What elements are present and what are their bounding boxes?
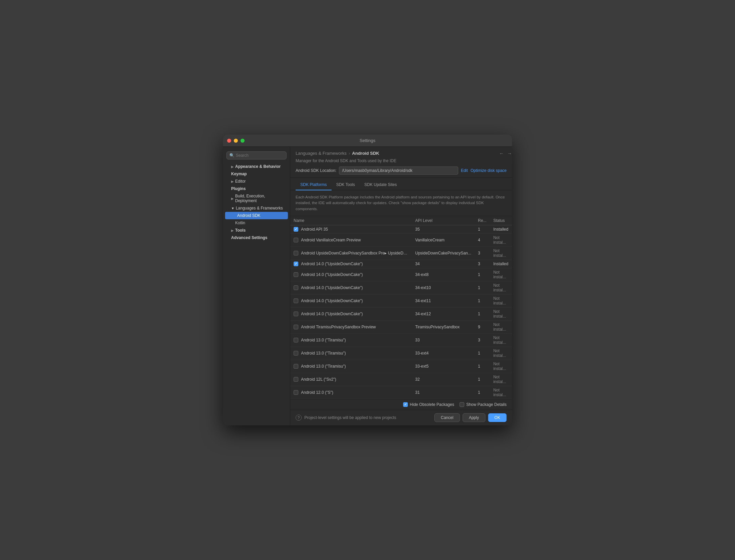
row-checkbox[interactable]: [294, 272, 298, 277]
row-checkbox[interactable]: [294, 364, 298, 369]
row-checkbox[interactable]: [294, 377, 298, 382]
row-checkbox[interactable]: [294, 285, 298, 290]
row-checkbox[interactable]: [294, 325, 298, 329]
cell-status: Not instal...: [490, 307, 512, 320]
close-button[interactable]: [227, 139, 231, 143]
tabs-row: SDK Platforms SDK Tools SDK Update Sites: [290, 178, 512, 190]
cell-status: Not instal...: [490, 360, 512, 373]
sidebar-item-label: Advanced Settings: [231, 235, 267, 240]
sidebar-item-build[interactable]: ▶ Build, Execution, Deployment: [223, 192, 290, 204]
row-checkbox[interactable]: [294, 262, 298, 266]
search-box[interactable]: 🔍: [226, 151, 287, 159]
sidebar-item-kotlin[interactable]: Kotlin: [223, 219, 290, 227]
search-icon: 🔍: [229, 153, 234, 158]
sidebar-item-label: Languages & Frameworks: [236, 206, 283, 211]
cell-name: Android 12.0 ("S"): [290, 386, 412, 399]
optimize-button[interactable]: Optimize disk space: [471, 168, 507, 173]
sdk-table-container: Name API Level Re... Status Android API …: [290, 216, 512, 399]
row-name-label: Android 14.0 ("UpsideDownCake"): [301, 312, 363, 316]
cell-status: Not instal...: [490, 346, 512, 360]
cell-revision: 9: [475, 320, 490, 333]
cell-revision: 4: [475, 233, 490, 246]
cell-status: Not instal...: [490, 333, 512, 346]
cell-api-level: 33-ext4: [412, 346, 475, 360]
row-checkbox[interactable]: [294, 227, 298, 232]
table-row: Android 13.0 ("Tiramisu")33-ext51Not ins…: [290, 360, 512, 373]
back-arrow-icon[interactable]: ←: [499, 151, 504, 156]
cell-status: Not instal...: [490, 373, 512, 386]
row-checkbox[interactable]: [294, 251, 298, 255]
table-row: Android 14.0 ("UpsideDownCake")34-ext101…: [290, 281, 512, 294]
cell-api-level: TiramisuPrivacySandbox: [412, 320, 475, 333]
search-input[interactable]: [236, 153, 284, 158]
sidebar-item-plugins[interactable]: Plugins: [223, 185, 290, 192]
row-name-label: Android 13.0 ("Tiramisu"): [301, 338, 346, 342]
ok-button[interactable]: OK: [488, 413, 507, 422]
sidebar-item-label: Keymap: [231, 172, 247, 176]
cell-api-level: 35: [412, 225, 475, 233]
cell-api-level: 34: [412, 260, 475, 268]
table-row: Android TiramisuPrivacySandbox PreviewTi…: [290, 320, 512, 333]
table-row: Android UpsideDownCakePrivacySandbox Pre…: [290, 246, 512, 260]
cancel-button[interactable]: Cancel: [434, 413, 460, 422]
row-name-label: Android VanillaIceCream Preview: [301, 238, 361, 242]
col-header-api: API Level: [412, 216, 475, 225]
show-package-item[interactable]: Show Package Details: [460, 402, 507, 407]
titlebar: Settings: [223, 135, 512, 147]
cell-api-level: 34-ext10: [412, 281, 475, 294]
show-package-checkbox[interactable]: [460, 402, 464, 407]
row-checkbox[interactable]: [294, 390, 298, 395]
forward-arrow-icon[interactable]: →: [507, 151, 512, 156]
maximize-button[interactable]: [241, 139, 245, 143]
row-checkbox[interactable]: [294, 351, 298, 356]
row-name-label: Android TiramisuPrivacySandbox Preview: [301, 325, 376, 329]
sidebar-item-appearance[interactable]: ▶ Appearance & Behavior: [223, 163, 290, 170]
cell-revision: 1: [475, 386, 490, 399]
table-row: Android API 35351Installed: [290, 225, 512, 233]
sidebar-item-label: Appearance & Behavior: [235, 164, 280, 169]
hide-obsolete-item[interactable]: Hide Obsolete Packages: [403, 402, 454, 407]
cell-status: Not instal...: [490, 246, 512, 260]
tab-sdk-tools[interactable]: SDK Tools: [332, 180, 360, 190]
row-checkbox[interactable]: [294, 338, 298, 342]
footer-row: Hide Obsolete Packages Show Package Deta…: [290, 399, 512, 410]
row-name-label: Android 14.0 ("UpsideDownCake"): [301, 285, 363, 290]
sidebar-item-advanced[interactable]: Advanced Settings: [223, 234, 290, 241]
main-body: Each Android SDK Platform package includ…: [290, 190, 512, 410]
row-name-label: Android 12.0 ("S"): [301, 390, 333, 395]
cell-status: Installed: [490, 225, 512, 233]
hide-obsolete-label: Hide Obsolete Packages: [410, 402, 454, 407]
row-name-label: Android 14.0 ("UpsideDownCake"): [301, 262, 363, 266]
sidebar-item-android-sdk[interactable]: Android SDK: [225, 212, 288, 219]
apply-button[interactable]: Apply: [463, 413, 485, 422]
sidebar-item-editor[interactable]: ▶ Editor: [223, 178, 290, 185]
settings-window: Settings 🔍 ▶ Appearance & Behavior Keyma…: [223, 135, 512, 425]
tab-sdk-update-sites[interactable]: SDK Update Sites: [360, 180, 402, 190]
collapse-arrow-icon: ▶: [231, 197, 234, 200]
row-name-label: Android API 35: [301, 227, 328, 232]
bottom-help: ? Project-level settings will be applied…: [296, 415, 396, 421]
collapse-arrow-icon: ▶: [231, 229, 234, 232]
row-checkbox[interactable]: [294, 298, 298, 303]
cell-api-level: 34-ext8: [412, 268, 475, 281]
row-name-label: Android 13.0 ("Tiramisu"): [301, 351, 346, 356]
minimize-button[interactable]: [234, 139, 238, 143]
cell-api-level: 33: [412, 333, 475, 346]
sidebar-item-label: Plugins: [231, 186, 246, 191]
help-icon[interactable]: ?: [296, 415, 302, 421]
edit-button[interactable]: Edit: [461, 168, 468, 173]
col-header-status: Status: [490, 216, 512, 225]
cell-name: Android 12L ("Sv2"): [290, 373, 412, 386]
row-checkbox[interactable]: [294, 238, 298, 242]
sidebar-item-keymap[interactable]: Keymap: [223, 170, 290, 178]
table-row: Android 13.0 ("Tiramisu")333Not instal..…: [290, 333, 512, 346]
sidebar: 🔍 ▶ Appearance & Behavior Keymap ▶ Edito…: [223, 147, 290, 425]
cell-revision: 3: [475, 246, 490, 260]
cell-revision: 3: [475, 260, 490, 268]
tab-sdk-platforms[interactable]: SDK Platforms: [296, 180, 332, 190]
sidebar-item-label: Build, Execution, Deployment: [235, 194, 286, 203]
row-checkbox[interactable]: [294, 312, 298, 316]
hide-obsolete-checkbox[interactable]: [403, 402, 408, 407]
sidebar-item-languages[interactable]: ▼ Languages & Frameworks: [223, 204, 290, 212]
sidebar-item-tools[interactable]: ▶ Tools: [223, 227, 290, 234]
